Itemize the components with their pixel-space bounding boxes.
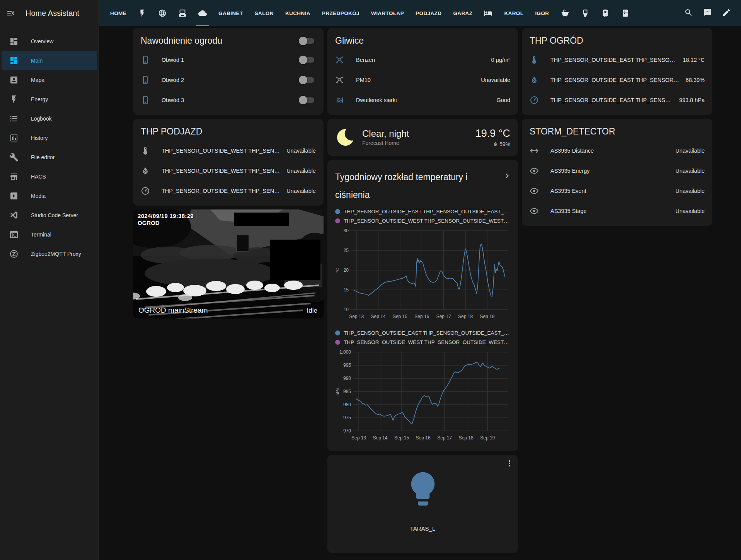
storm-detector-row[interactable]: AS3935 EnergyUnavailable [530,161,705,181]
sidebar-item-energy[interactable]: Energy [2,90,97,109]
sidebar-item-mapa[interactable]: Mapa [2,70,97,90]
card-weekly-chart: Tygodniowy rozkład temperatury i ciśnien… [327,160,518,451]
edit-dashboard-button[interactable] [722,8,731,19]
dots-vertical-icon[interactable] [505,459,514,468]
tab-fridge[interactable] [615,0,635,26]
irrigation-row[interactable]: Obwód 1 [141,50,316,70]
sidebar-item-studio-code-server-label: Studio Code Server [31,212,78,218]
tab-wiartolap[interactable]: WIARTOŁAP [365,0,410,26]
irrigation-master-toggle[interactable] [299,36,316,46]
thp-ogrod-row[interactable]: THP_SENSOR_OUTSIDE_EAST THP_SENSOR_OUTSI… [530,70,705,90]
entity-state: 18.12 °C [683,57,705,63]
search-button[interactable] [684,8,693,19]
tab-karol[interactable]: KAROL [498,0,529,26]
thp-podjazd-row[interactable]: THP_SENSOR_OUTSIDE_WEST THP_SENSOR_OUTSI… [141,161,316,181]
dashboard-view: Nawodnienie ogrodu Obwód 1Obwód 2Obwód 3… [99,26,741,560]
wrench-icon [9,153,19,162]
legend-item[interactable]: THP_SENSOR_OUTSIDE_EAST THP_SENSOR_OUTSI… [335,207,510,216]
svg-text:Sep 16: Sep 16 [414,314,429,319]
sidebar-item-zigbee2mqtt-proxy[interactable]: Zigbee2MQTT Proxy [2,244,97,264]
menu-open-icon[interactable] [6,9,15,18]
tab-bedroom[interactable] [478,0,498,26]
entity-toggle[interactable] [299,95,316,105]
column-1: Nawodnienie ogrodu Obwód 1Obwód 2Obwód 3… [133,28,324,560]
sidebar-item-main[interactable]: Main [2,51,97,70]
card-thp-ogrod: THP OGRÓD THP_SENSOR_OUTSIDE_EAST THP_SE… [522,28,712,115]
tab-cloud[interactable] [192,0,213,26]
flash-icon [138,9,146,17]
air-quality-row[interactable]: Dwutlenek siarkiGood [335,90,510,110]
pressure-chart-legend: THP_SENSOR_OUTSIDE_EAST THP_SENSOR_OUTSI… [327,326,518,347]
storm-detector-row[interactable]: AS3935 DistanceUnavailable [530,141,705,161]
camera-label: OGROD [138,220,160,226]
storm-detector-row[interactable]: AS3935 EventUnavailable [530,181,705,201]
entity-state: Unavailable [481,77,510,83]
gauge-icon [141,186,150,196]
tab-bathroom[interactable] [555,0,575,26]
bathtub-icon [561,9,569,17]
svg-text:Sep 14: Sep 14 [373,435,387,441]
fridge-icon [621,9,630,17]
tab-water-boiler[interactable] [595,0,615,26]
flash-icon [9,95,19,104]
irrigation-row[interactable]: Obwód 3 [141,90,316,110]
air-quality-row[interactable]: PM10Unavailable [335,70,510,90]
sidebar-item-overview[interactable]: Overview [2,32,97,51]
legend-item[interactable]: THP_SENSOR_OUTSIDE_WEST THP_SENSOR_OUTSI… [335,216,510,225]
thp-podjazd-row[interactable]: THP_SENSOR_OUTSIDE_WEST THP_SENSOR_OUTSI… [141,181,316,201]
sidebar-item-terminal[interactable]: Terminal [2,225,97,244]
tab-kuchnia[interactable]: KUCHNIA [279,0,316,26]
sidebar-item-studio-code-server[interactable]: Studio Code Server [2,206,97,225]
legend-item[interactable]: THP_SENSOR_OUTSIDE_WEST THP_SENSOR_OUTSI… [335,337,510,347]
tab-gabinet[interactable]: GABINET [213,0,249,26]
pencil-icon [722,8,731,17]
entity-name: THP_SENSOR_OUTSIDE_EAST THP_SENSOR_OUTSI… [550,97,674,103]
tab-przedpokoj[interactable]: PRZEDPOKÓJ [316,0,365,26]
chevron-right-icon[interactable] [503,171,512,180]
svg-text:Sep 14: Sep 14 [371,314,385,319]
entity-state: 993.8 hPa [679,97,705,103]
lightbulb-icon[interactable] [403,469,443,509]
card-storm-detector: STORM_DETECTOR AS3935 DistanceUnavailabl… [522,119,712,226]
tab-computer[interactable] [172,0,192,26]
storm-detector-row[interactable]: AS3935 StageUnavailable [530,201,705,221]
legend-label: THP_SENSOR_OUTSIDE_WEST THP_SENSOR_OUTSI… [344,218,510,224]
legend-label: THP_SENSOR_OUTSIDE_EAST THP_SENSOR_OUTSI… [344,330,510,336]
air-quality-row[interactable]: Benzen0 µg/m³ [335,50,510,70]
sidebar-item-history[interactable]: History [2,128,97,148]
thp-ogrod-row[interactable]: THP_SENSOR_OUTSIDE_EAST THP_SENSOR_OUTSI… [530,50,705,70]
light-name: TARAS_L [410,525,436,532]
sidebar-item-logbook[interactable]: Logbook [2,109,97,128]
sidebar-item-file-editor[interactable]: File editor [2,148,97,167]
weather-humidity: 59% [499,141,510,147]
camera-status: Idle [307,307,317,315]
tab-igor[interactable]: IGOR [529,0,555,26]
sidebar-item-media[interactable]: Media [2,186,97,206]
thp-podjazd-row[interactable]: THP_SENSOR_OUTSIDE_WEST THP_SENSOR_OUTSI… [141,141,316,161]
weekly-chart-header[interactable]: Tygodniowy rozkład temperatury i ciśnien… [327,160,518,204]
column-2: Gliwice Benzen0 µg/m³PM10UnavailableDwut… [327,28,518,560]
tab-salon[interactable]: SALON [249,0,279,26]
tab-garaz[interactable]: GARAŻ [447,0,478,26]
sidebar-item-hacs[interactable]: HACS [2,167,97,186]
tab-web[interactable] [152,0,172,26]
store-icon [9,172,19,181]
eye-icon [530,186,539,196]
tab-flash[interactable] [132,0,152,26]
entity-toggle[interactable] [299,55,316,65]
entity-toggle[interactable] [299,75,316,85]
thermometer-icon [141,146,150,155]
card-camera-ogrod[interactable]: 2024/09/19 19:38:29 OGROD OGROD mainStre… [133,209,324,318]
web-icon [158,9,167,17]
assist-button[interactable] [703,8,712,19]
entity-state: Unavailable [675,208,705,214]
tab-podjazd[interactable]: PODJAZD [410,0,447,26]
thp-ogrod-row[interactable]: THP_SENSOR_OUTSIDE_EAST THP_SENSOR_OUTSI… [530,90,705,110]
molecule-icon [335,75,344,85]
valve-icon [141,55,150,65]
card-weather[interactable]: Clear, night Forecast Home 19.9 °C 59% [327,119,518,156]
irrigation-row[interactable]: Obwód 2 [141,70,316,90]
tab-toilet[interactable] [575,0,595,26]
legend-item[interactable]: THP_SENSOR_OUTSIDE_EAST THP_SENSOR_OUTSI… [335,328,510,337]
tab-home[interactable]: HOME [104,0,132,26]
